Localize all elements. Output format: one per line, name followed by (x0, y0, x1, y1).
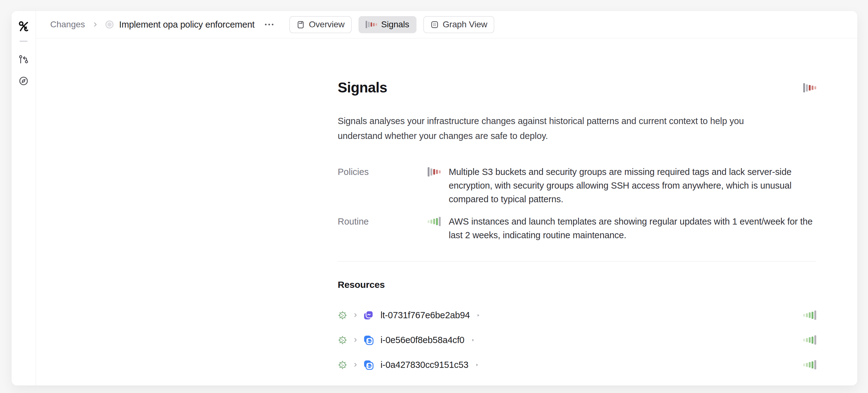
instance-update-icon (363, 334, 374, 346)
tab-overview-label: Overview (309, 20, 344, 29)
sidebar-item-explore[interactable] (17, 74, 30, 88)
signal-list: Policies Multiple S3 buckets and securit… (338, 165, 816, 242)
sidebar (11, 11, 36, 386)
ellipsis-icon (264, 23, 274, 26)
tab-signals-label: Signals (381, 20, 409, 29)
expand-caret-icon[interactable] (471, 338, 475, 342)
chevron-right-icon (92, 21, 99, 28)
sidebar-divider (20, 41, 28, 42)
microbe-icon (338, 335, 347, 345)
signal-bars-green-icon (803, 335, 816, 344)
tab-signals[interactable]: Signals (359, 16, 416, 33)
signal-bars-green-icon (803, 310, 816, 320)
microbe-icon (338, 360, 347, 370)
section-divider (338, 261, 816, 262)
breadcrumb-changes-link[interactable]: Changes (50, 20, 85, 29)
chevron-right-icon (352, 337, 359, 343)
app-logo-icon[interactable] (18, 20, 30, 33)
signal-bars-green-icon (803, 360, 816, 369)
signal-bars-red-icon (803, 83, 816, 92)
microbe-icon (338, 310, 347, 320)
instance-update-icon (363, 359, 374, 371)
header: Changes Implement opa policy enforcement… (36, 11, 858, 38)
resource-row[interactable]: i-0e56e0f8eb58a4cf0 (338, 333, 816, 347)
resource-list: lt-0731f767e6be2ab94 (338, 308, 816, 372)
launch-template-icon (363, 309, 374, 321)
resource-id: lt-0731f767e6be2ab94 (380, 310, 470, 321)
dotted-grid-icon (430, 21, 439, 29)
tab-graph-view-label: Graph View (443, 20, 488, 29)
signal-text: AWS instances and launch templates are s… (449, 215, 816, 242)
tab-overview[interactable]: Overview (289, 16, 352, 33)
breadcrumb-change-title: Implement opa policy enforcement (119, 20, 255, 30)
resource-row[interactable]: i-0a427830cc9151c53 (338, 358, 816, 372)
app-window: Changes Implement opa policy enforcement… (11, 11, 858, 386)
view-tabs: Overview Signals Graph View (289, 16, 494, 33)
signal-bars-red-icon (428, 167, 449, 177)
signal-label: Routine (338, 215, 428, 228)
chevron-right-icon (352, 362, 359, 368)
signal-row-routine: Routine AWS instances and launch templat… (338, 215, 816, 242)
resources-heading: Resources (338, 279, 816, 290)
compass-icon (19, 76, 29, 86)
signal-row-policies: Policies Multiple S3 buckets and securit… (338, 165, 816, 206)
page-title: Signals (338, 79, 387, 96)
sidebar-item-changes[interactable] (17, 53, 30, 66)
expand-caret-icon[interactable] (476, 313, 481, 318)
more-options-button[interactable] (262, 21, 276, 28)
signal-bars-red-icon (366, 21, 377, 28)
chevron-right-icon (352, 312, 359, 318)
signals-panel: Signals Signals analyses your infrastruc… (338, 79, 816, 372)
signal-bars-green-icon (428, 217, 449, 226)
signal-text: Multiple S3 buckets and security groups … (449, 165, 816, 206)
signal-label: Policies (338, 165, 428, 179)
resource-row[interactable]: lt-0731f767e6be2ab94 (338, 308, 816, 322)
document-icon (297, 21, 305, 29)
tab-graph-view[interactable]: Graph View (423, 16, 495, 33)
expand-caret-icon[interactable] (475, 363, 479, 367)
resource-id: i-0e56e0f8eb58a4cf0 (380, 335, 465, 345)
resource-id: i-0a427830cc9151c53 (380, 360, 469, 370)
git-pull-request-icon (19, 54, 29, 64)
change-status-icon (105, 21, 114, 29)
signals-description: Signals analyses your infrastructure cha… (338, 114, 784, 143)
